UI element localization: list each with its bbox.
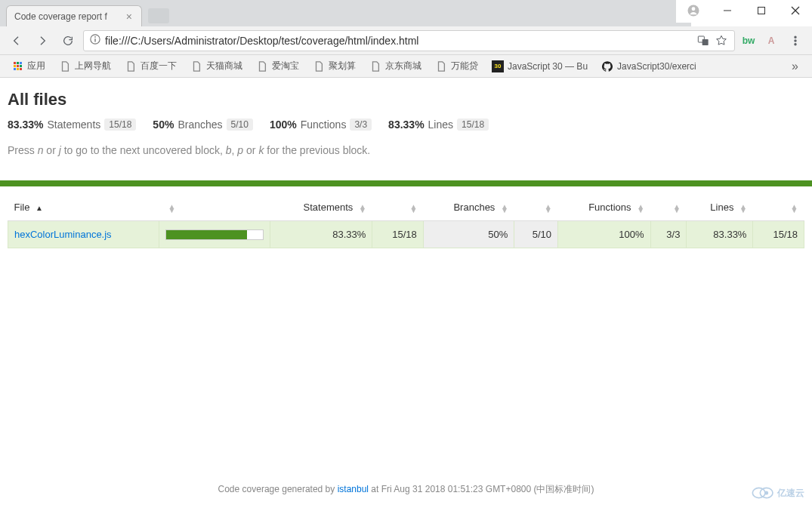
maximize-button[interactable]	[744, 0, 778, 21]
footer-timestamp: Fri Aug 31 2018 01:51:23 GMT+0800 (中国标准时…	[381, 484, 594, 494]
menu-button[interactable]	[785, 30, 806, 51]
translate-icon[interactable]	[696, 34, 710, 48]
svg-rect-3	[758, 8, 764, 14]
col-lines[interactable]: Lines ▲▼	[687, 194, 753, 221]
svg-point-13	[795, 43, 796, 45]
svg-point-11	[795, 36, 796, 38]
bookmarks-bar: 应用 上网导航 百度一下 天猫商城 爱淘宝 聚划算 京东商城 万能贷 30Jav…	[0, 55, 812, 78]
col-bar[interactable]: ▲▼	[159, 194, 270, 221]
metric-statements: 83.33% Statements 15/18	[8, 119, 136, 131]
apps-shortcut[interactable]: 应用	[6, 57, 51, 75]
window-controls	[676, 0, 812, 23]
url-text: file:///C:/Users/Administrator/Desktop/t…	[105, 35, 692, 47]
sort-icon: ▲▼	[501, 205, 508, 212]
sort-icon: ▲▼	[791, 205, 798, 212]
bookmark-js30a[interactable]: 30JavaScript 30 — Bu	[486, 58, 593, 75]
col-statements-frac[interactable]: ▲▼	[372, 194, 424, 221]
branches-pct: 50%	[423, 221, 514, 248]
bookmark-item[interactable]: 百度一下	[119, 57, 182, 75]
site-info-icon[interactable]	[90, 34, 100, 47]
github-icon	[601, 60, 613, 72]
bookmark-item[interactable]: 聚划算	[307, 57, 361, 75]
bookmarks-overflow-icon[interactable]: »	[784, 60, 806, 73]
bookmark-item[interactable]: 天猫商城	[185, 57, 248, 75]
col-functions-frac[interactable]: ▲▼	[650, 194, 687, 221]
file-link[interactable]: hexColorLuminance.js	[14, 229, 112, 240]
col-file[interactable]: File ▲	[8, 194, 159, 221]
sort-icon: ▲▼	[673, 205, 681, 212]
sort-icon: ▲▼	[739, 205, 747, 212]
forward-button[interactable]	[32, 30, 53, 51]
lines-pct: 83.33%	[687, 221, 753, 248]
coverage-summary: 83.33% Statements 15/18 50% Branches 5/1…	[8, 119, 804, 131]
bookmark-item[interactable]: 万能贷	[430, 57, 483, 75]
coverage-table: File ▲ ▲▼ Statements ▲▼ ▲▼ Branches ▲▼ ▲…	[8, 194, 804, 248]
svg-point-12	[795, 39, 796, 41]
bookmark-star-icon[interactable]	[715, 34, 728, 48]
coverage-bar-cell	[159, 221, 270, 248]
page-content: All files 83.33% Statements 15/18 50% Br…	[0, 78, 812, 176]
page-title: All files	[8, 90, 804, 109]
svg-point-14	[752, 488, 765, 497]
statements-frac: 15/18	[372, 221, 424, 248]
extension-bw-icon[interactable]: bw	[739, 32, 758, 50]
close-tab-icon[interactable]: ×	[125, 11, 134, 23]
tab-title: Code coverage report f	[14, 11, 107, 22]
bookmark-item[interactable]: 京东商城	[364, 57, 427, 75]
browser-tab[interactable]: Code coverage report f ×	[6, 5, 142, 26]
new-tab-button[interactable]	[148, 8, 169, 23]
apps-label: 应用	[27, 60, 45, 72]
extension-a-icon[interactable]: A	[762, 32, 780, 50]
sort-icon: ▲▼	[359, 205, 366, 212]
svg-point-16	[765, 491, 767, 494]
functions-frac: 3/3	[650, 221, 687, 248]
branches-frac: 5/10	[514, 221, 558, 248]
col-branches[interactable]: Branches ▲▼	[423, 194, 514, 221]
col-statements[interactable]: Statements ▲▼	[270, 194, 372, 221]
js30-icon: 30	[492, 60, 504, 72]
col-lines-frac[interactable]: ▲▼	[753, 194, 804, 221]
sort-icon: ▲▼	[637, 205, 644, 212]
tab-strip: Code coverage report f ×	[0, 0, 691, 26]
back-button[interactable]	[6, 30, 27, 51]
metric-branches: 50% Branches 5/10	[153, 119, 253, 131]
svg-point-8	[94, 36, 96, 38]
metric-functions: 100% Functions 3/3	[270, 119, 372, 131]
col-functions[interactable]: Functions ▲▼	[558, 194, 651, 221]
footer: Code coverage generated by istanbul at F…	[0, 483, 812, 496]
svg-rect-7	[94, 38, 95, 42]
account-icon[interactable]	[676, 0, 710, 21]
svg-rect-10	[702, 39, 709, 45]
minimize-button[interactable]	[710, 0, 744, 21]
bookmark-item[interactable]: 爱淘宝	[251, 57, 304, 75]
reload-button[interactable]	[57, 30, 79, 51]
metric-lines: 83.33% Lines 15/18	[388, 119, 489, 131]
coverage-bar-fill	[166, 230, 247, 239]
address-bar[interactable]: file:///C:/Users/Administrator/Desktop/t…	[83, 30, 735, 51]
bookmark-item[interactable]: 上网导航	[54, 57, 116, 75]
keyboard-hint: Press n or j to go to the next uncovered…	[8, 144, 804, 156]
istanbul-link[interactable]: istanbul	[338, 484, 369, 494]
functions-pct: 100%	[558, 221, 651, 248]
sort-icon: ▲▼	[409, 205, 417, 212]
browser-toolbar: file:///C:/Users/Administrator/Desktop/t…	[0, 26, 812, 55]
svg-point-1	[691, 7, 695, 11]
sort-icon: ▲▼	[168, 205, 176, 212]
watermark: 亿速云	[749, 485, 804, 500]
bookmark-js30b[interactable]: JavaScript30/exerci	[596, 58, 702, 75]
sort-icon: ▲▼	[545, 205, 552, 212]
col-branches-frac[interactable]: ▲▼	[514, 194, 558, 221]
statements-pct: 83.33%	[270, 221, 372, 248]
sort-asc-icon: ▲	[36, 206, 43, 210]
close-window-button[interactable]	[778, 0, 812, 21]
lines-frac: 15/18	[753, 221, 804, 248]
status-bar	[0, 180, 812, 186]
table-row: hexColorLuminance.js 83.33% 15/18 50% 5/…	[8, 221, 804, 248]
